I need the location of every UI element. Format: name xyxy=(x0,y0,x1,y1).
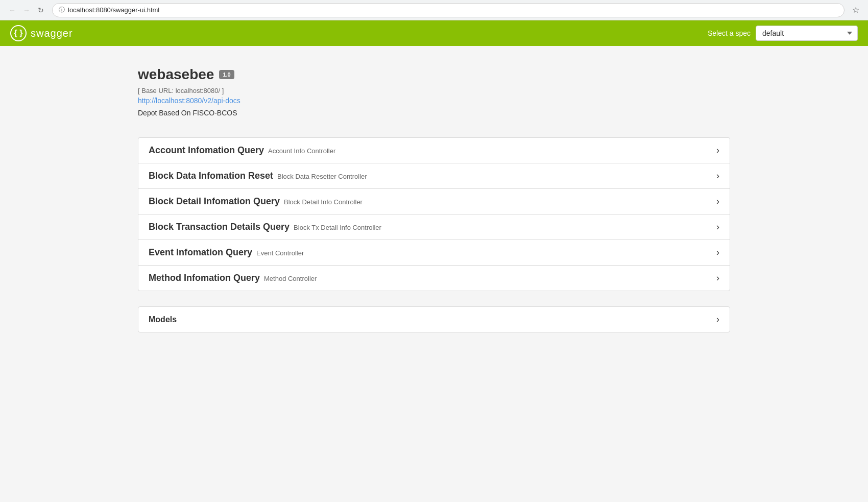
forward-button[interactable]: → xyxy=(20,4,33,16)
section-sub-title: Block Data Resetter Controller xyxy=(277,173,367,180)
swagger-logo: { } swagger xyxy=(10,25,73,41)
api-title: webasebee xyxy=(138,66,214,83)
section-sub-title: Event Controller xyxy=(256,249,304,257)
section-chevron-icon: › xyxy=(716,196,719,207)
section-title-group: Block Detail Infomation QueryBlock Detai… xyxy=(149,196,363,207)
api-version-badge: 1.0 xyxy=(219,70,234,79)
reload-button[interactable]: ↻ xyxy=(35,4,47,16)
section-chevron-icon: › xyxy=(716,247,719,258)
models-title: Models xyxy=(149,315,177,324)
section-title-group: Block Data Infomation ResetBlock Data Re… xyxy=(149,171,367,181)
section-title-group: Block Transaction Details QueryBlock Tx … xyxy=(149,222,381,232)
api-sections: Account Infomation QueryAccount Info Con… xyxy=(138,137,730,291)
security-icon: ⓘ xyxy=(59,6,65,14)
api-docs-link[interactable]: http://localhost:8080/v2/api-docs xyxy=(138,97,730,105)
section-main-title: Method Infomation Query xyxy=(149,273,260,283)
main-content: webasebee 1.0 [ Base URL: localhost:8080… xyxy=(128,46,740,353)
spec-select[interactable]: default xyxy=(756,26,858,41)
section-sub-title: Account Info Controller xyxy=(268,147,335,155)
spec-selector: Select a spec default xyxy=(708,26,858,41)
section-chevron-icon: › xyxy=(716,171,719,181)
section-title-group: Method Infomation QueryMethod Controller xyxy=(149,273,317,283)
api-section-item[interactable]: Method Infomation QueryMethod Controller… xyxy=(138,265,730,291)
section-chevron-icon: › xyxy=(716,222,719,232)
api-section-item[interactable]: Event Infomation QueryEvent Controller› xyxy=(138,240,730,265)
section-main-title: Block Detail Infomation Query xyxy=(149,196,280,207)
top-navbar: { } swagger Select a spec default xyxy=(0,20,868,46)
spec-label: Select a spec xyxy=(708,29,751,37)
browser-chrome: ← → ↻ ⓘ localhost:8080/swagger-ui.html ☆ xyxy=(0,0,868,20)
section-sub-title: Block Detail Info Controller xyxy=(284,198,363,206)
api-section-item[interactable]: Account Infomation QueryAccount Info Con… xyxy=(138,137,730,163)
api-section-item[interactable]: Block Data Infomation ResetBlock Data Re… xyxy=(138,163,730,188)
nav-buttons: ← → ↻ xyxy=(6,4,47,16)
section-title-group: Event Infomation QueryEvent Controller xyxy=(149,247,304,258)
section-sub-title: Block Tx Detail Info Controller xyxy=(294,224,381,231)
base-url: [ Base URL: localhost:8080/ ] xyxy=(138,87,730,94)
api-section-item[interactable]: Block Detail Infomation QueryBlock Detai… xyxy=(138,188,730,214)
back-button[interactable]: ← xyxy=(6,4,18,16)
api-title-row: webasebee 1.0 xyxy=(138,66,730,83)
section-chevron-icon: › xyxy=(716,145,719,156)
section-title-group: Account Infomation QueryAccount Info Con… xyxy=(149,145,335,156)
section-main-title: Block Transaction Details Query xyxy=(149,222,290,232)
section-chevron-icon: › xyxy=(716,273,719,283)
section-sub-title: Method Controller xyxy=(264,275,317,282)
api-description: Depot Based On FISCO-BCOS xyxy=(138,109,730,117)
address-bar[interactable]: ⓘ localhost:8080/swagger-ui.html xyxy=(52,3,845,17)
section-main-title: Block Data Infomation Reset xyxy=(149,171,273,181)
bookmark-button[interactable]: ☆ xyxy=(850,4,862,16)
section-main-title: Event Infomation Query xyxy=(149,247,252,258)
models-section: Models › xyxy=(138,306,730,332)
section-main-title: Account Infomation Query xyxy=(149,145,264,156)
models-item[interactable]: Models › xyxy=(138,307,730,332)
api-section-item[interactable]: Block Transaction Details QueryBlock Tx … xyxy=(138,214,730,240)
api-title-section: webasebee 1.0 [ Base URL: localhost:8080… xyxy=(138,66,730,117)
url-text: localhost:8080/swagger-ui.html xyxy=(68,6,159,14)
swagger-icon: { } xyxy=(10,25,27,41)
swagger-logo-text: swagger xyxy=(31,28,73,39)
models-chevron-icon: › xyxy=(716,314,719,325)
